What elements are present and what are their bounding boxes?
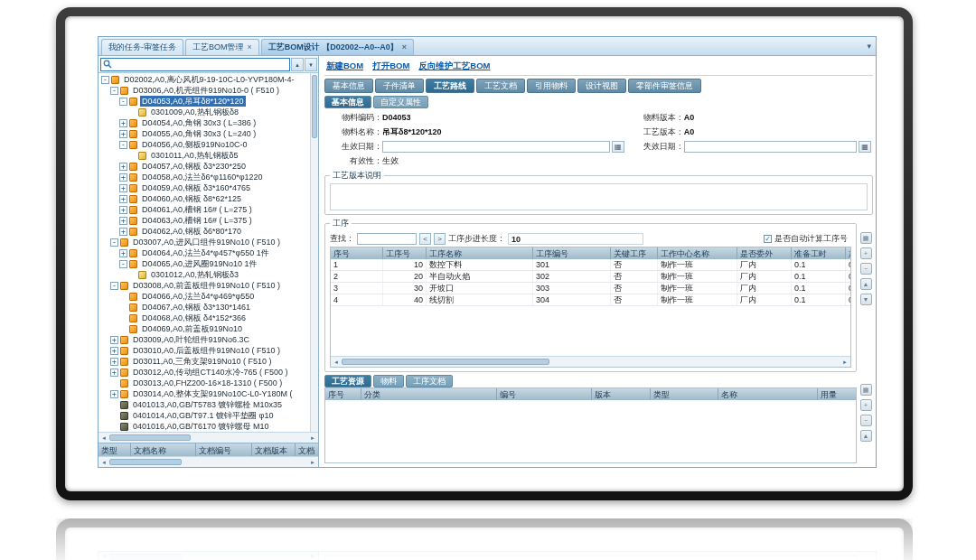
collapse-icon[interactable]: - (101, 76, 109, 84)
add-icon[interactable]: + (860, 399, 872, 411)
main-tab-6[interactable]: 零部件审签信息 (628, 79, 701, 93)
process-row[interactable]: 110数控下料301否制作一班厂内0.10.1 (331, 259, 850, 271)
tree-item[interactable]: -D04053,A0,吊耳δ8*120*120 (99, 96, 309, 107)
column-header[interactable]: 关键工序 (611, 247, 658, 259)
doc-horizontal-scrollbar[interactable]: ◂ ▸ (99, 456, 318, 467)
calendar-icon[interactable]: ▦ (612, 141, 624, 153)
tree-item[interactable]: -D03007,A0,进风口组件919No10 ( F510 ) (99, 237, 309, 247)
tree-item[interactable]: -D04056,A0,侧板919No10C-0 (99, 139, 309, 150)
tree-item[interactable]: 0301011,A0,热轧钢板δ5 (99, 150, 309, 161)
collapse-icon[interactable]: - (110, 238, 118, 247)
column-header[interactable]: 工序编号 (533, 247, 611, 259)
scroll-left-icon[interactable]: ◂ (99, 457, 109, 467)
scroll-left-icon[interactable]: ◂ (99, 433, 109, 443)
effective-date-input[interactable] (382, 141, 610, 153)
collapse-icon[interactable]: - (110, 87, 118, 95)
auto-calc-checkbox[interactable]: ✓ (764, 235, 772, 243)
expand-icon[interactable]: + (110, 369, 118, 377)
collapse-icon[interactable]: - (119, 98, 127, 106)
find-prev-button[interactable]: < (419, 233, 431, 245)
tree-item[interactable]: -D03006,A0,机壳组件919No10-0 ( F510 ) (99, 85, 309, 96)
tree-item[interactable]: -D03008,A0,前盖板组件919No10 ( F510 ) (99, 280, 309, 291)
scroll-right-icon[interactable]: ▸ (307, 457, 318, 467)
collapse-icon[interactable]: - (110, 282, 118, 290)
expand-icon[interactable]: + (119, 163, 127, 171)
column-header[interactable]: 版本 (592, 388, 651, 400)
column-header[interactable]: 编号 (497, 388, 592, 400)
expand-icon[interactable]: + (110, 358, 118, 366)
search-next-button[interactable]: ▾ (305, 58, 317, 71)
tree-item[interactable]: +D04057,A0,钢板 δ3*230*250 (99, 161, 309, 172)
sub-tab-0[interactable]: 基本信息 (324, 96, 371, 108)
process-row[interactable]: 220半自动火焰302否制作一班厂内0.10.1 (331, 271, 850, 283)
column-header[interactable]: 工作中心名称 (658, 247, 737, 259)
expand-icon[interactable]: + (119, 217, 127, 225)
expand-icon[interactable]: + (110, 390, 118, 398)
tree-horizontal-scrollbar[interactable]: ◂ ▸ (99, 432, 318, 443)
main-tab-3[interactable]: 工艺文档 (476, 79, 525, 93)
tree-item[interactable]: 0301009,A0,热轧钢板δ8 (99, 107, 309, 117)
chevron-down-icon[interactable]: ▾ (867, 42, 871, 51)
tab-close-icon[interactable]: × (248, 43, 252, 51)
tab-close-icon[interactable]: × (402, 43, 407, 51)
column-header[interactable]: 文档版本 (252, 443, 296, 456)
step-length-input[interactable]: 10 (508, 233, 643, 245)
scrollbar-thumb[interactable] (109, 434, 191, 441)
column-header[interactable]: 工序名称 (427, 247, 533, 259)
scroll-right-icon[interactable]: ▸ (307, 433, 318, 443)
find-next-button[interactable]: > (434, 233, 446, 245)
tree-item[interactable]: +D04064,A0,法兰δ4*φ457*φ550 1件 (99, 247, 309, 258)
tree-item[interactable]: D04067,A0,钢板 δ3*130*1461 (99, 302, 309, 313)
find-input[interactable] (357, 233, 417, 245)
tree-item[interactable]: D04069,A0,前盖板919No10 (99, 323, 309, 334)
table-icon[interactable]: ▦ (860, 384, 872, 396)
expand-icon[interactable]: + (119, 130, 127, 138)
tree-item[interactable]: D04066,A0,法兰δ4*φ469*φ550 (99, 291, 309, 302)
expand-icon[interactable]: + (119, 249, 127, 257)
column-header[interactable]: 类型 (99, 443, 131, 456)
main-tab-0[interactable]: 基本信息 (324, 79, 373, 93)
tree-item[interactable]: +D04061,A0,槽钢 16# ( L=275 ) (99, 204, 309, 215)
sub-tab-1[interactable]: 自定义属性 (373, 96, 428, 108)
tree-item[interactable]: +D04058,A0,法兰δ6*φ1160*φ1220 (99, 172, 309, 182)
collapse-icon[interactable]: - (119, 141, 127, 149)
tree-item[interactable]: D04068,A0,钢板 δ4*152*366 (99, 313, 309, 323)
column-header[interactable]: 类型 (651, 388, 718, 400)
tree-vertical-scrollbar[interactable] (310, 73, 318, 432)
process-row[interactable]: 440线切割304否制作一班厂内0.10.1 (331, 294, 850, 306)
column-header[interactable]: 分类 (361, 388, 497, 400)
calendar-icon[interactable]: ▦ (859, 141, 871, 153)
tree-search-input[interactable] (114, 59, 289, 70)
process-horizontal-scrollbar[interactable]: ◂ ▸ (331, 356, 850, 367)
window-tab-2[interactable]: 工艺BOM设计 【D02002--A0--A0】× (261, 39, 414, 55)
tree-item[interactable]: +D03010,A0,后盖板组件919No10 ( F510 ) (99, 345, 309, 356)
scrollbar-thumb[interactable] (342, 359, 549, 365)
expand-icon[interactable]: + (119, 184, 127, 192)
column-header[interactable]: 序号 (325, 388, 361, 400)
tree-item[interactable]: +D04062,A0,钢板 δ6*80*170 (99, 226, 309, 237)
tree-item[interactable]: +D03012,A0,传动组CT140水冷-765 ( F500 ) (99, 367, 309, 378)
tree-item[interactable]: +D04060,A0,钢板 δ8*62*125 (99, 193, 309, 204)
scrollbar-thumb[interactable] (109, 459, 182, 465)
window-tab-0[interactable]: 我的任务-审签任务 (101, 39, 183, 55)
bottom-tab-0[interactable]: 工艺资源 (324, 375, 371, 387)
tree-item[interactable]: -D02002,A0,离心风机9-19-10C-L0-YVP180M-4- (99, 74, 309, 85)
column-header[interactable]: 文档名称 (131, 443, 196, 456)
column-header[interactable]: 用量 (818, 388, 856, 400)
main-tab-5[interactable]: 设计视图 (577, 79, 626, 93)
column-header[interactable]: 加工工时 (846, 247, 850, 259)
tree-item[interactable]: +D03014,A0,整体支架919No10C-L0-Y180M ( (99, 388, 309, 399)
search-prev-button[interactable]: ▴ (291, 58, 304, 71)
tree-item[interactable]: 0401013,A0,GB/T5783 镀锌螺栓 M10x35 (99, 399, 309, 410)
scroll-right-icon[interactable]: ▸ (840, 357, 850, 367)
expire-date-input[interactable] (684, 141, 857, 153)
scroll-left-icon[interactable]: ◂ (331, 357, 342, 367)
remove-icon[interactable]: − (860, 415, 872, 426)
table-icon[interactable]: ▦ (860, 232, 872, 244)
column-header[interactable]: 准备工时 (792, 247, 846, 259)
expand-icon[interactable]: + (119, 228, 127, 236)
scrollbar-thumb[interactable] (312, 75, 317, 138)
main-tab-1[interactable]: 子件清单 (375, 79, 424, 93)
tree-item[interactable]: -D04065,A0,进风圈919No10 1件 (99, 258, 309, 269)
tree-item[interactable]: +D04063,A0,槽钢 16# ( L=375 ) (99, 215, 309, 226)
